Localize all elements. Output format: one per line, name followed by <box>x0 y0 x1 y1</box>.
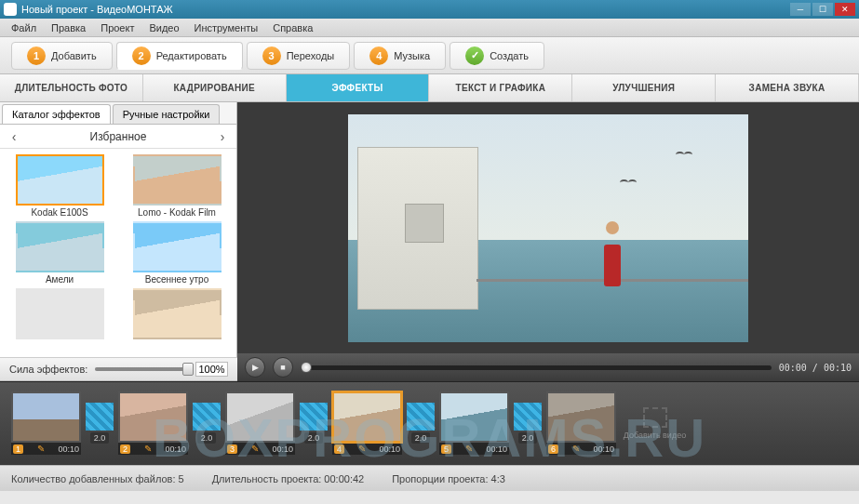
clip-index: 1 <box>13 444 23 454</box>
effect-item-5[interactable] <box>123 288 231 341</box>
subtab-2[interactable]: ЭФФЕКТЫ <box>287 74 430 101</box>
effect-thumb <box>16 154 104 206</box>
strength-slider[interactable] <box>95 367 188 371</box>
subtab-1[interactable]: КАДРИРОВАНИЕ <box>143 74 287 101</box>
step-tab-Создать[interactable]: ✓Создать <box>450 42 544 70</box>
clip-index: 4 <box>334 444 344 454</box>
transition-1[interactable]: 2.0 <box>192 403 221 444</box>
playback-thumb[interactable] <box>301 362 312 373</box>
step-tab-Музыка[interactable]: 4Музыка <box>354 42 446 70</box>
clip-thumb <box>332 391 402 443</box>
transition-duration: 2.0 <box>197 432 217 444</box>
strength-value: 100% <box>195 362 228 377</box>
clip-duration: 00:10 <box>379 444 400 454</box>
preview-frame <box>348 114 748 342</box>
subtab-5[interactable]: ЗАМЕНА ЗВУКА <box>716 74 859 101</box>
step-label: Создать <box>490 50 529 61</box>
effect-name: Амели <box>46 274 74 285</box>
effect-Kodak E100S[interactable]: Kodak E100S <box>6 154 114 218</box>
prev-category-button[interactable]: ‹ <box>6 128 22 145</box>
step-tabs: 1Добавить2Редактировать3Переходы4Музыка✓… <box>0 37 859 74</box>
close-button[interactable]: ✕ <box>835 3 855 16</box>
clip-duration: 00:10 <box>272 444 293 454</box>
step-number-icon: 1 <box>27 46 46 65</box>
step-label: Переходы <box>287 50 335 61</box>
clip-info: 6✎00:10 <box>546 443 616 455</box>
clip-index: 2 <box>120 444 130 454</box>
step-tab-Переходы[interactable]: 3Переходы <box>247 42 351 70</box>
step-label: Добавить <box>51 50 97 61</box>
menu-справка[interactable]: Справка <box>265 20 320 35</box>
step-tab-Редактировать[interactable]: 2Редактировать <box>116 42 243 70</box>
clip-index: 5 <box>441 444 451 454</box>
clip-thumb <box>225 391 295 443</box>
timeline-clip-2[interactable]: 2✎00:10 <box>118 391 188 455</box>
playback-slider[interactable] <box>301 365 772 370</box>
clip-index: 6 <box>548 444 558 454</box>
clip-info: 2✎00:10 <box>118 443 188 455</box>
stop-button[interactable]: ■ <box>273 357 293 378</box>
transition-duration: 2.0 <box>411 432 431 444</box>
effect-Амели[interactable]: Амели <box>6 221 114 285</box>
effect-thumb <box>133 288 221 339</box>
timeline-clip-1[interactable]: 1✎00:10 <box>11 391 81 455</box>
status-duration: Длительность проекта: 00:00:42 <box>212 473 365 484</box>
clip-duration: 00:10 <box>165 444 186 454</box>
effect-thumb <box>133 154 221 206</box>
status-aspect: Пропорции проекта: 4:3 <box>392 473 505 484</box>
tab-manual-settings[interactable]: Ручные настройки <box>113 104 221 124</box>
add-video-button[interactable]: Добавить видео <box>620 393 690 454</box>
timeline-clip-6[interactable]: 6✎00:10 <box>546 391 616 455</box>
subtab-0[interactable]: ДЛИТЕЛЬНОСТЬ ФОТО <box>0 74 143 101</box>
step-number-icon: 2 <box>132 46 151 65</box>
effect-name: Kodak E100S <box>31 207 87 218</box>
strength-thumb[interactable] <box>182 363 194 376</box>
tab-effects-catalog[interactable]: Каталог эффектов <box>2 104 111 124</box>
clip-duration: 00:10 <box>593 444 614 454</box>
subtab-4[interactable]: УЛУЧШЕНИЯ <box>572 74 716 101</box>
step-number-icon: 4 <box>369 46 388 65</box>
edit-icon: ✎ <box>37 444 45 454</box>
minimize-button[interactable]: ─ <box>790 3 811 16</box>
edit-icon: ✎ <box>572 444 580 454</box>
catalog-title: Избранное <box>90 130 147 143</box>
clip-thumb <box>118 391 188 443</box>
step-tab-Добавить[interactable]: 1Добавить <box>11 42 113 70</box>
effect-Весеннее утро[interactable]: Весеннее утро <box>123 221 231 285</box>
maximize-button[interactable]: ☐ <box>812 3 833 16</box>
effect-Lomo - Kodak Film[interactable]: Lomo - Kodak Film <box>123 154 231 218</box>
effect-name: Весеннее утро <box>145 274 208 285</box>
clip-duration: 00:10 <box>486 444 507 454</box>
effect-name: Lomo - Kodak Film <box>138 207 216 218</box>
menu-файл[interactable]: Файл <box>4 20 44 35</box>
next-category-button[interactable]: › <box>214 128 231 145</box>
transition-3[interactable]: 2.0 <box>406 403 436 444</box>
transition-4[interactable]: 2.0 <box>513 403 543 444</box>
subtab-3[interactable]: ТЕКСТ И ГРАФИКА <box>429 74 572 101</box>
edit-icon: ✎ <box>358 444 366 454</box>
menu-инструменты[interactable]: Инструменты <box>187 20 266 35</box>
window-title: Новый проект - ВидеоМОНТАЖ <box>21 4 790 15</box>
transition-0[interactable]: 2.0 <box>85 403 114 444</box>
transition-duration: 2.0 <box>304 432 324 444</box>
effect-strength-bar: Сила эффектов: 100% <box>0 357 237 381</box>
clip-info: 4✎00:10 <box>332 443 402 455</box>
transition-icon <box>193 403 221 431</box>
transition-icon <box>407 403 435 431</box>
timeline-clip-4[interactable]: 4✎00:10 <box>332 391 402 455</box>
step-number-icon: 3 <box>262 46 281 65</box>
step-number-icon: ✓ <box>465 46 484 65</box>
video-preview <box>237 102 859 353</box>
transition-2[interactable]: 2.0 <box>299 403 329 444</box>
transition-icon <box>86 403 114 431</box>
menu-проект[interactable]: Проект <box>93 20 141 35</box>
clip-info: 3✎00:10 <box>225 443 295 455</box>
menu-правка[interactable]: Правка <box>44 20 93 35</box>
timeline-clip-5[interactable]: 5✎00:10 <box>439 391 509 455</box>
menu-видео[interactable]: Видео <box>141 20 186 35</box>
effect-item-4[interactable] <box>6 288 114 341</box>
timeline-clip-3[interactable]: 3✎00:10 <box>225 391 295 455</box>
statusbar: Количество добавленных файлов: 5 Длитель… <box>0 465 859 491</box>
transition-duration: 2.0 <box>90 432 110 444</box>
play-button[interactable]: ▶ <box>245 357 265 378</box>
